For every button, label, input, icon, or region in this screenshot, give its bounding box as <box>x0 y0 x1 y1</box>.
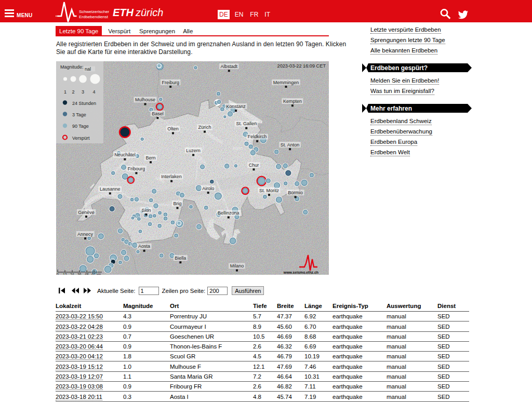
svg-text:Konstanz: Konstanz <box>226 104 246 109</box>
svg-text:36: 36 <box>77 273 82 275</box>
svg-text:St. Moritz: St. Moritz <box>259 188 280 193</box>
svg-text:3 Tage: 3 Tage <box>72 112 86 117</box>
svg-text:2: 2 <box>72 89 74 95</box>
svg-text:Interlaken: Interlaken <box>161 174 182 179</box>
svg-text:12: 12 <box>63 273 67 275</box>
svg-text:Freiburg: Freiburg <box>162 80 179 85</box>
svg-text:Neuchâtel: Neuchâtel <box>114 152 136 157</box>
svg-text:Biella: Biella <box>175 256 186 261</box>
svg-text:90 Tage: 90 Tage <box>72 124 89 129</box>
svg-text:www.seismo.ethz.ch: www.seismo.ethz.ch <box>283 271 318 274</box>
svg-text:4: 4 <box>92 89 95 95</box>
svg-text:Basel: Basel <box>152 111 164 116</box>
svg-text:Annecy: Annecy <box>77 232 94 237</box>
svg-text:Mulhouse: Mulhouse <box>135 97 155 102</box>
svg-text:24: 24 <box>70 273 74 275</box>
svg-text:48: 48 <box>85 273 89 275</box>
svg-text:Bormio: Bormio <box>288 190 303 195</box>
svg-text:Chur: Chur <box>249 163 259 168</box>
svg-text:Feldkirch: Feldkirch <box>248 134 267 139</box>
svg-text:Milano: Milano <box>230 263 244 269</box>
svg-text:Olten: Olten <box>167 126 179 131</box>
svg-text:Brig: Brig <box>173 201 181 206</box>
svg-text:Magnitude:: Magnitude: <box>60 64 84 70</box>
svg-text:3: 3 <box>82 89 84 95</box>
svg-text:2023-03-22 16:09 CET: 2023-03-22 16:09 CET <box>277 63 326 69</box>
svg-text:Memmingen: Memmingen <box>273 80 299 85</box>
svg-text:St. Anton: St. Anton <box>281 142 300 148</box>
svg-text:Verspürt: Verspürt <box>72 136 90 141</box>
svg-text:Airolo: Airolo <box>202 186 214 191</box>
svg-text:Zürich: Zürich <box>198 125 211 130</box>
svg-text:0: 0 <box>57 273 59 275</box>
svg-text:Sion: Sion <box>141 208 151 213</box>
svg-text:1: 1 <box>64 89 66 95</box>
svg-text:24 Stunden: 24 Stunden <box>72 101 96 106</box>
svg-text:Albstadt: Albstadt <box>221 64 238 69</box>
svg-text:Genève: Genève <box>78 210 95 215</box>
svg-text:Aosta: Aosta <box>138 244 150 249</box>
svg-text:60 km: 60 km <box>91 273 101 275</box>
svg-text:Kempten: Kempten <box>283 99 302 104</box>
svg-text:Luzern: Luzern <box>186 148 201 153</box>
svg-text:Bellinzona: Bellinzona <box>218 210 240 216</box>
svg-text:nal: nal <box>85 66 91 72</box>
svg-text:Bern: Bern <box>145 155 155 160</box>
svg-text:Fribourg: Fribourg <box>128 166 145 171</box>
svg-text:Lausanne: Lausanne <box>100 186 121 192</box>
svg-text:St. Gallen: St. Gallen <box>236 121 257 126</box>
